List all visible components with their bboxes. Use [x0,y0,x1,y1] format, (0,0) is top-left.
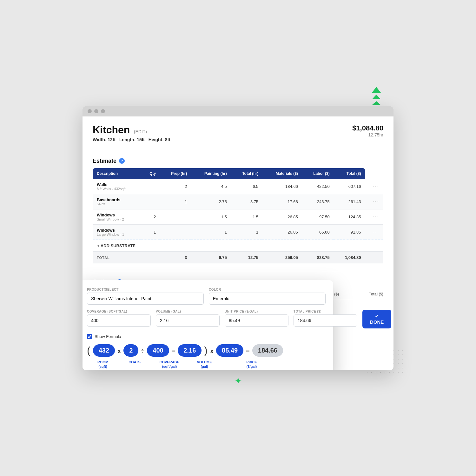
options-total-col: Total ($) [339,292,383,296]
formula-paren-close: ) [204,345,208,356]
unit-price-input[interactable] [225,314,288,327]
walls-total-hr: 6.5 [231,179,262,194]
length-label: Length: [119,137,136,142]
col-total: Total ($) [334,168,365,179]
header-divider [93,150,383,150]
windows-large-materials: 26.85 [262,224,302,240]
walls-more[interactable]: ··· [365,179,383,194]
formula-item-room: 432 [93,344,115,357]
formula-op-1: x [117,346,121,355]
walls-painting: 4.5 [191,179,230,194]
add-substrate-row[interactable]: + ADD SUBSTRATE [93,240,383,252]
product-input[interactable] [87,293,204,305]
formula-eq-1: = [172,346,175,355]
walls-total: 607.16 [334,179,365,194]
coverage-label-formula: COVERAGE(sqft/gal) [157,360,182,369]
formula-item-coats: 2 [123,344,138,357]
total-painting: 9.75 [191,252,230,263]
done-button[interactable]: ✓ DONE [362,310,391,328]
table-row: Baseboards 54lnft 1 2.75 3.75 17.68 243.… [93,194,383,209]
walls-qty [141,179,160,194]
windows-small-total-hr: 1.5 [231,209,262,224]
windows-large-labor: 65.00 [302,224,334,240]
windows-small-total: 124.35 [334,209,365,224]
total-materials: 256.05 [262,252,302,263]
popup-mid-row: COVERAGE (SQFT/GAL) VOLUME (GAL) UNIT PR… [87,310,326,329]
formula-op-3: x [210,346,214,355]
add-substrate-label[interactable]: + ADD SUBSTRATE [97,243,136,248]
show-formula-checkbox[interactable] [87,334,92,339]
height-label: Height: [149,137,164,142]
estimate-help-icon[interactable]: ? [119,158,125,164]
total-price-label: TOTAL PRICE ($) [294,310,357,313]
formula-eq-2: = [246,346,250,355]
coverage-label: COVERAGE (SQFT/GAL) [87,310,151,313]
total-hr: 12.75 [231,252,262,263]
room-price-block: $1,084.80 12.75hr [352,124,383,137]
total-label: TOTAL [97,256,110,260]
formula-item-coverage: 400 [147,344,169,357]
traffic-light-3[interactable] [101,109,105,113]
windows-small-labor: 97.50 [302,209,334,224]
width-label: Width: [93,137,106,142]
volume-input[interactable] [156,314,220,327]
estimate-title: Estimate [93,158,116,164]
product-label: PRODUCT(SELECT) [87,288,204,291]
unit-price-label: UNIT PRICE ($/GAL) [225,310,288,313]
formula-labels-row: ROOM(sqft) COATS COVERAGE(sqft/gal) VOLU… [87,359,326,369]
windows-small-more[interactable]: ··· [365,209,383,224]
formula-item-price: 85.49 [216,344,243,357]
room-edit-label[interactable]: (EDIT) [134,129,147,134]
windows-large-more[interactable]: ··· [365,224,383,240]
formula-paren-open: ( [87,345,90,356]
room-label: ROOM(sqft) [93,360,112,369]
windows-large-total: 91.85 [334,224,365,240]
baseboards-total: 261.43 [334,194,365,209]
walls-materials: 184.66 [262,179,302,194]
sparkle-icon: ✦ [235,376,242,386]
estimate-section-header: Estimate ? [93,158,383,164]
col-prep: Prep (hr) [160,168,191,179]
baseboards-total-hr: 3.75 [231,194,262,209]
titlebar [83,106,393,116]
volume-field-group: VOLUME (GAL) [156,310,220,329]
formula-chip-result: 184.66 [252,344,283,357]
length-value: 15ft [137,137,145,142]
coverage-input[interactable] [87,314,151,327]
traffic-light-1[interactable] [88,109,92,113]
total-price-input[interactable] [294,314,357,327]
arrow-icon-1 [372,87,381,93]
formula-chip-price: 85.49 [216,344,243,357]
add-substrate-cell[interactable]: + ADD SUBSTRATE [93,240,383,252]
table-row: Windows Small Window - 2 2 1.5 1.5 26.85… [93,209,383,224]
total-label-cell: TOTAL [93,252,141,263]
traffic-light-2[interactable] [94,109,98,113]
price-label-formula: PRICE($/gal) [241,360,263,369]
table-row: Windows Large Window - 1 1 1 1 26.85 65.… [93,224,383,240]
baseboards-painting: 2.75 [191,194,230,209]
baseboards-prep: 1 [160,194,191,209]
main-window: Kitchen (EDIT) Width: 12ft Length: 15ft … [83,106,393,370]
volume-label: VOLUME (GAL) [156,310,220,313]
baseboards-more[interactable]: ··· [365,194,383,209]
unit-price-field-group: UNIT PRICE ($/GAL) [225,310,288,329]
formula-chips-row: ( 432 x 2 ÷ 400 = [87,344,326,357]
windows-small-qty: 2 [141,209,160,224]
show-formula-label: Show Formula [95,334,121,339]
col-total-hr: Total (hr) [231,168,262,179]
col-labor: Labor ($) [302,168,334,179]
col-materials: Materials ($) [262,168,302,179]
windows-small-prep [160,209,191,224]
room-title: Kitchen [93,124,130,136]
formula-op-2: ÷ [141,346,144,355]
formula-item-result: 184.66 [252,344,283,357]
color-field-group: COLOR [209,288,326,305]
total-labor: 828.75 [302,252,334,263]
color-input[interactable] [209,293,326,305]
total-amount: 1,084.80 [334,252,365,263]
col-qty: Qty [141,168,160,179]
windows-small-materials: 26.85 [262,209,302,224]
table-header-row: Description Qty Prep (hr) Painting (hr) … [93,168,383,179]
row-desc-walls: Walls 8 ft Walls - 432sqft [93,179,141,194]
formula-chip-coverage: 400 [147,344,169,357]
